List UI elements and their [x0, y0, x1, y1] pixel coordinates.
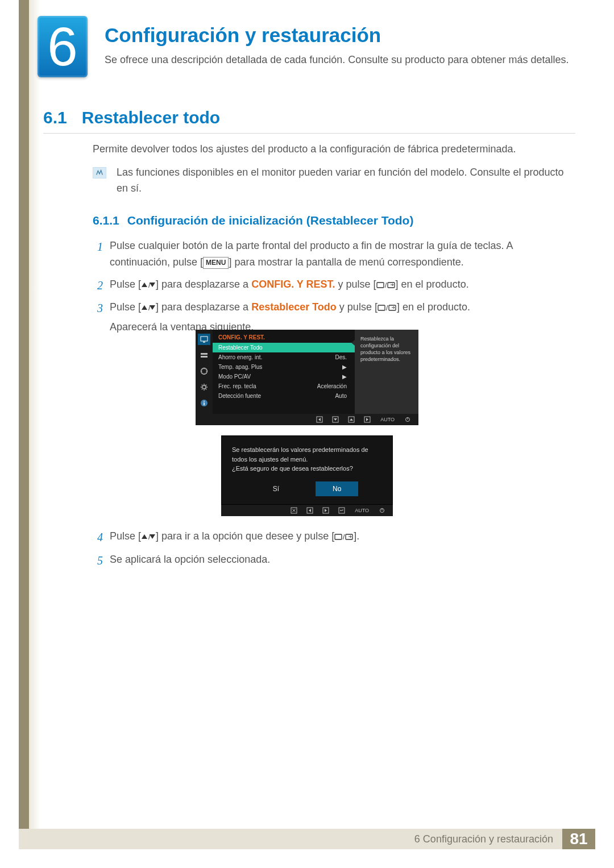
osd-tab-gear-icon	[198, 382, 210, 392]
osd-row-2-value: ▶	[342, 364, 347, 370]
osd-menu-row-selected: Restablecer Todo	[213, 343, 355, 352]
osd-row-3-label: Modo PC/AV	[218, 373, 251, 380]
up-down-arrows-icon: /	[141, 300, 156, 317]
nav-up-icon	[349, 417, 354, 422]
section-divider	[43, 133, 575, 134]
step-3-b: ] para desplazarse a	[156, 301, 251, 313]
svg-marker-26	[350, 418, 353, 421]
footer-bar: 6 Configuración y restauración 81	[19, 829, 595, 849]
nav-down-icon	[333, 417, 338, 422]
subsection-number: 6.1.1	[93, 214, 119, 227]
osd-menu-row: Detección fuenteAuto	[213, 391, 355, 401]
osd-row-0-label: Restablecer Todo	[218, 344, 263, 351]
osd-nav-bar-2: AUTO	[221, 505, 393, 516]
step-3-kw: Restablecer Todo	[251, 301, 337, 313]
osd-dialog-yes: Sí	[256, 481, 296, 496]
nav-left-icon	[317, 417, 322, 422]
section-title: Restablecer todo	[82, 108, 220, 127]
svg-marker-22	[318, 418, 321, 421]
osd-menu-window: CONFIG. Y REST. Restablecer Todo Ahorro …	[196, 330, 418, 414]
osd-dialog-buttons: Sí No	[232, 481, 382, 496]
note-block: Las funciones disponibles en el monitor …	[93, 165, 575, 197]
enter-source-icon: /	[376, 277, 396, 294]
osd-row-1-value: Des.	[335, 354, 347, 360]
step-2-kw: CONFIG. Y REST.	[251, 279, 335, 290]
step-2-d: ] en el producto.	[396, 279, 469, 290]
svg-text:/: /	[386, 304, 388, 312]
osd-menu-row: Temp. apag. Plus▶	[213, 362, 355, 372]
nav-close-icon	[291, 508, 297, 513]
nav-auto-label: AUTO	[380, 417, 395, 422]
svg-marker-39	[142, 534, 147, 539]
svg-marker-35	[325, 509, 327, 512]
osd-illustration: CONFIG. Y REST. Restablecer Todo Ahorro …	[196, 330, 418, 516]
nav-power-icon	[379, 508, 385, 513]
step-1: 1 Pulse cualquier botón de la parte fron…	[88, 238, 575, 271]
section-heading: 6.1Restablecer todo	[43, 108, 220, 127]
step-3-a: Pulse [	[110, 301, 141, 313]
chapter-number: 6	[47, 19, 77, 74]
step-4-c: ].	[354, 530, 359, 542]
step-5: 5Se aplicará la opción seleccionada.	[88, 551, 575, 568]
nav-right-icon	[323, 508, 329, 513]
svg-rect-13	[203, 342, 205, 343]
nav-left-icon	[307, 508, 313, 513]
osd-dialog-line-1: Se restablecerán los valores predetermin…	[232, 445, 382, 464]
svg-marker-41	[150, 534, 155, 539]
step-3-d: ] en el producto.	[397, 301, 470, 313]
svg-marker-8	[150, 305, 155, 310]
menu-key-icon: MENU	[203, 257, 229, 269]
up-down-arrows-icon: /	[141, 277, 156, 294]
svg-point-17	[202, 385, 206, 389]
steps-list: 1 Pulse cualquier botón de la parte fron…	[88, 238, 575, 341]
svg-marker-2	[150, 283, 155, 287]
nav-auto-label: AUTO	[355, 508, 369, 513]
osd-row-2-label: Temp. apag. Plus	[218, 364, 262, 370]
subsection-heading: 6.1.1Configuración de inicialización (Re…	[93, 214, 413, 227]
svg-rect-42	[335, 534, 342, 539]
osd-row-5-label: Detección fuente	[218, 393, 261, 399]
svg-marker-0	[142, 283, 147, 287]
osd-tab-info-icon	[198, 398, 210, 408]
nav-right-icon	[364, 417, 370, 422]
chapter-intro: Se ofrece una descripción detallada de c…	[105, 52, 574, 68]
step-2-b: ] para desplazarse a	[156, 279, 251, 290]
steps-list-continued: 4 Pulse [/] para ir a la opción que dese…	[88, 528, 575, 574]
osd-menu-row: Modo PC/AV▶	[213, 372, 355, 381]
svg-text:/: /	[385, 281, 387, 289]
step-1-post: ] para mostrar la pantalla de menú corre…	[229, 256, 463, 268]
svg-rect-12	[201, 337, 208, 341]
step-4-a: Pulse [	[110, 530, 141, 542]
svg-rect-20	[204, 401, 205, 402]
svg-rect-14	[201, 353, 208, 355]
osd-menu-row: Ahorro energ. int.Des.	[213, 352, 355, 362]
left-fade	[29, 0, 40, 833]
svg-marker-6	[142, 305, 147, 310]
nav-enter-icon	[339, 508, 345, 513]
svg-text:/: /	[343, 533, 345, 541]
subsection-title: Configuración de inicialización (Restabl…	[127, 214, 414, 227]
left-accent-bar	[19, 0, 29, 833]
svg-rect-9	[378, 305, 385, 310]
osd-menu-row: Frec. rep. teclaAceleración	[213, 381, 355, 391]
svg-rect-15	[201, 356, 208, 358]
osd-row-1-label: Ahorro energ. int.	[218, 354, 262, 360]
osd-row-3-value: ▶	[342, 373, 347, 380]
section-description: Permite devolver todos los ajustes del p…	[93, 143, 575, 155]
osd-row-4-value: Aceleración	[317, 383, 347, 389]
osd-confirm-dialog: Se restablecerán los valores predetermin…	[221, 435, 393, 505]
step-2-c: y pulse [	[335, 279, 376, 290]
osd-menu-main: CONFIG. Y REST. Restablecer Todo Ahorro …	[213, 330, 355, 414]
chapter-title: Configuración y restauración	[105, 24, 381, 47]
svg-marker-28	[366, 418, 368, 421]
note-text: Las funciones disponibles en el monitor …	[117, 165, 575, 197]
enter-source-icon: /	[334, 529, 354, 546]
up-down-arrows-icon: /	[141, 529, 156, 546]
osd-row-5-value: Auto	[335, 393, 347, 399]
osd-row-4-label: Frec. rep. tecla	[218, 383, 256, 389]
svg-rect-3	[377, 283, 384, 288]
osd-tab-settings-icon	[198, 366, 210, 376]
osd-tooltip: Restablezca la configuración del product…	[355, 330, 418, 414]
enter-source-icon: /	[377, 300, 397, 317]
osd-dialog-no: No	[316, 481, 358, 496]
